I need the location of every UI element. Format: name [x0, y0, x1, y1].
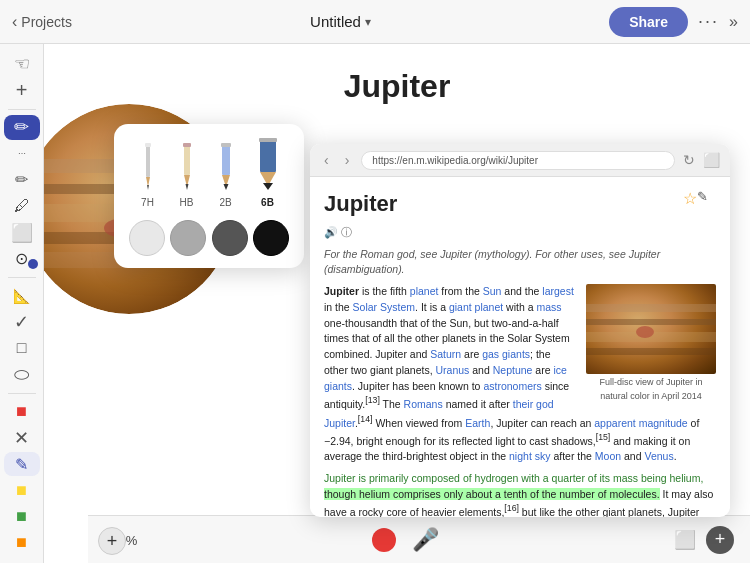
bottom-center-controls: 🎤: [372, 527, 439, 553]
eraser-tool[interactable]: ⬜: [4, 220, 40, 244]
drawing-toolbar: ☜ + ✏ ⋯ ✏ 🖊 ⬜ ⊙ 📐 ✓ □: [0, 44, 44, 563]
svg-marker-6: [185, 184, 188, 190]
toolbar-divider-2: [8, 277, 36, 278]
fill-tool[interactable]: ⊙: [4, 247, 40, 271]
pencil-6B-label: 6B: [261, 197, 274, 208]
close-tool[interactable]: ✕: [4, 426, 40, 450]
svg-marker-14: [263, 183, 273, 190]
toolbar-divider-1: [8, 109, 36, 110]
more-options-button[interactable]: ···: [698, 11, 719, 32]
zoom-plus-button[interactable]: +: [98, 527, 126, 555]
back-navigation[interactable]: ‹ Projects: [12, 13, 72, 31]
share-button[interactable]: Share: [609, 7, 688, 37]
pencil-picker-popup: 7H HB: [114, 124, 304, 268]
top-bar: ‹ Projects Untitled ▾ Share ··· »: [0, 0, 750, 44]
color-orange[interactable]: ■: [4, 531, 40, 555]
color-green[interactable]: ■: [4, 505, 40, 529]
pencil-HB-label: HB: [180, 197, 194, 208]
pencil-7H-label: 7H: [141, 197, 154, 208]
wiki-heading: Jupiter: [324, 187, 397, 220]
shapes-tool[interactable]: □: [4, 336, 40, 360]
wiki-disambiguation: For the Roman god, see Jupiter (mytholog…: [324, 247, 716, 279]
pencil-color-black[interactable]: [253, 220, 289, 256]
pencil-types-row: 7H HB: [128, 138, 290, 208]
marker-tool[interactable]: 🖊: [4, 194, 40, 218]
record-button[interactable]: [372, 528, 396, 552]
add-page-button[interactable]: +: [706, 526, 734, 554]
pencil-colors-row: [128, 220, 290, 256]
wiki-paragraph-2: Jupiter is primarily composed of hydroge…: [324, 471, 716, 517]
main-layout: ☜ + ✏ ⋯ ✏ 🖊 ⬜ ⊙ 📐 ✓ □: [0, 44, 750, 563]
microphone-button[interactable]: 🎤: [412, 527, 439, 553]
wiki-url-text: https://en.m.wikipedia.org/wiki/Jupiter: [372, 155, 538, 166]
pencil-color-dark[interactable]: [212, 220, 248, 256]
wiki-listen-icon: 🔊 ⓘ: [324, 224, 716, 241]
svg-rect-7: [183, 143, 191, 147]
color-red[interactable]: ■: [4, 399, 40, 423]
projects-back-label[interactable]: Projects: [21, 14, 72, 30]
wiki-content-area: Jupiter ✎ ☆ 🔊 ⓘ For the Roman god, see J…: [310, 177, 730, 517]
document-title-area[interactable]: Untitled ▾: [310, 13, 371, 30]
pencil-2B-label: 2B: [219, 197, 231, 208]
document-title: Untitled: [310, 13, 361, 30]
wiki-browser-topbar: ‹ › https://en.m.wikipedia.org/wiki/Jupi…: [310, 144, 730, 177]
chevron-left-icon: ‹: [12, 13, 17, 31]
blue-pencil-tool[interactable]: ✎: [4, 452, 40, 476]
bottom-right-controls: ⬜ +: [674, 526, 734, 554]
wiki-url-bar[interactable]: https://en.m.wikipedia.org/wiki/Jupiter: [361, 151, 675, 170]
ruler-tool[interactable]: 📐: [4, 284, 40, 308]
wikipedia-popup: ‹ › https://en.m.wikipedia.org/wiki/Jupi…: [310, 144, 730, 517]
hand-tool[interactable]: ☜: [4, 52, 40, 76]
pencil-color-light[interactable]: [129, 220, 165, 256]
wiki-star-icon[interactable]: ☆: [683, 187, 697, 211]
wiki-edit-icon[interactable]: ✎: [697, 187, 708, 207]
wiki-refresh-button[interactable]: ↻: [683, 152, 695, 168]
svg-rect-15: [259, 138, 277, 142]
chevron-down-icon: ▾: [365, 15, 371, 29]
wiki-forward-button[interactable]: ›: [341, 150, 354, 170]
expand-button[interactable]: »: [729, 13, 738, 31]
svg-marker-2: [147, 185, 149, 190]
toolbar-divider-3: [8, 393, 36, 394]
add-tool[interactable]: +: [4, 78, 40, 102]
page-view-button[interactable]: ⬜: [674, 529, 696, 551]
top-bar-actions: Share ··· »: [609, 7, 738, 37]
pencil-color-mid[interactable]: [170, 220, 206, 256]
pencil-type-6B[interactable]: 6B: [254, 138, 282, 208]
svg-rect-3: [145, 143, 151, 147]
svg-rect-4: [184, 145, 190, 175]
wiki-back-button[interactable]: ‹: [320, 150, 333, 170]
svg-rect-8: [222, 145, 230, 175]
bottom-bar: 100% 🎤 ⬜ +: [88, 515, 750, 563]
svg-rect-0: [146, 145, 150, 177]
svg-marker-10: [223, 184, 228, 190]
check-tool[interactable]: ✓: [4, 310, 40, 334]
svg-rect-11: [221, 143, 231, 147]
wiki-image-caption: Full-disc view of Jupiter in natural col…: [586, 376, 716, 403]
pencil-tool[interactable]: ✏: [4, 168, 40, 192]
svg-rect-12: [260, 140, 276, 172]
color-yellow[interactable]: ■: [4, 478, 40, 502]
pencil-type-2B[interactable]: 2B: [215, 143, 237, 208]
dots-tool[interactable]: ⋯: [4, 142, 40, 166]
wiki-external-button[interactable]: ⬜: [703, 152, 720, 168]
pencil-type-HB[interactable]: HB: [176, 143, 198, 208]
pen-tool[interactable]: ✏: [4, 115, 40, 139]
wiki-jupiter-image: Full-disc view of Jupiter in natural col…: [586, 284, 716, 403]
pencil-type-7H[interactable]: 7H: [137, 143, 159, 208]
lasso-tool[interactable]: ⬭: [4, 362, 40, 386]
canvas-area[interactable]: Jupiter: [44, 44, 750, 563]
